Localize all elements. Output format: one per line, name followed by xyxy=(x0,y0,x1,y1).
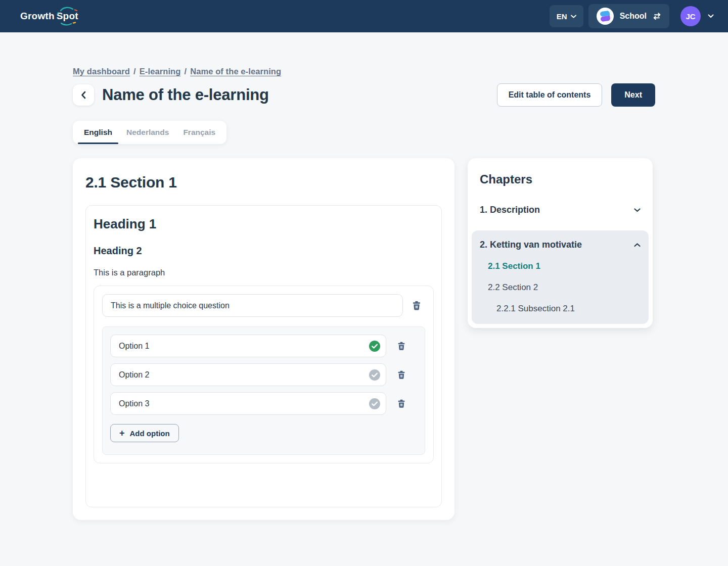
user-menu[interactable]: JC xyxy=(680,6,714,26)
logo-spot-text: Spot xyxy=(57,11,78,21)
option-1-input[interactable] xyxy=(110,335,386,357)
logo-growth-text: Growth xyxy=(20,11,55,22)
answer-options-panel: + Add option xyxy=(102,326,425,455)
tab-english[interactable]: English xyxy=(77,121,119,144)
trash-icon xyxy=(396,398,406,409)
swap-arrows-icon xyxy=(653,13,661,20)
school-label: School xyxy=(620,12,647,21)
chevron-down-icon xyxy=(708,14,714,18)
chapter-subitem-subsection-2-1[interactable]: 2.2.1 Subsection 2.1 xyxy=(480,304,641,314)
plus-icon: + xyxy=(119,429,125,438)
trash-icon xyxy=(411,300,422,312)
top-navbar: Growth Spot EN School xyxy=(0,0,728,32)
question-input[interactable] xyxy=(102,294,403,317)
user-avatar[interactable]: JC xyxy=(680,6,701,26)
section-content-block: Heading 1 Heading 2 This is a paragraph xyxy=(85,205,442,507)
page-header: Name of the e-learning Edit table of con… xyxy=(73,83,655,107)
chapter-subitem-section-2[interactable]: 2.2 Section 2 xyxy=(480,282,641,293)
breadcrumb: My dashboard/E-learning/Name of the e-le… xyxy=(73,67,655,76)
delete-option-1-button[interactable] xyxy=(396,341,406,352)
content-heading-1: Heading 1 xyxy=(94,216,434,232)
content-heading-2: Heading 2 xyxy=(94,245,434,257)
breadcrumb-separator: / xyxy=(184,67,187,76)
breadcrumb-separator: / xyxy=(133,67,136,76)
option-3-input[interactable] xyxy=(110,392,386,415)
chapters-sidebar: Chapters 1. Description 2. Ketting van m… xyxy=(468,158,653,328)
chapters-title: Chapters xyxy=(480,172,641,186)
chapter-item-ketting-van-motivatie[interactable]: 2. Ketting van motivatie xyxy=(480,240,641,250)
page-title: Name of the e-learning xyxy=(102,86,269,104)
add-option-label: Add option xyxy=(130,429,170,438)
chevron-down-icon xyxy=(634,208,641,212)
breadcrumb-link-dashboard[interactable]: My dashboard xyxy=(73,67,130,76)
language-tabs: English Nederlands Français xyxy=(73,121,226,144)
chapter-subitem-section-1[interactable]: 2.1 Section 1 xyxy=(480,261,641,271)
language-label: EN xyxy=(557,12,567,21)
delete-option-2-button[interactable] xyxy=(396,369,406,381)
correct-check-icon[interactable] xyxy=(369,341,380,352)
breadcrumb-link-current[interactable]: Name of the e-learning xyxy=(190,67,281,76)
trash-icon xyxy=(396,369,406,381)
content-paragraph: This is a paragraph xyxy=(94,268,434,277)
unchecked-check-icon[interactable] xyxy=(369,369,380,381)
breadcrumb-link-elearning[interactable]: E-learning xyxy=(140,67,181,76)
school-logo-icon xyxy=(597,8,614,25)
back-button[interactable] xyxy=(73,84,94,106)
chevron-down-icon xyxy=(571,15,576,18)
school-switcher[interactable]: School xyxy=(588,4,669,28)
chapter-item-description[interactable]: 1. Description xyxy=(480,205,641,215)
tab-nederlands[interactable]: Nederlands xyxy=(119,121,176,144)
growthspot-logo[interactable]: Growth Spot xyxy=(20,11,78,22)
avatar-initials: JC xyxy=(686,12,695,21)
section-title: 2.1 Section 1 xyxy=(85,174,442,191)
tab-francais[interactable]: Français xyxy=(176,121,222,144)
trash-icon xyxy=(396,341,406,352)
delete-question-button[interactable] xyxy=(411,300,422,312)
option-row xyxy=(110,363,406,386)
option-row xyxy=(110,335,406,357)
section-editor-card: 2.1 Section 1 Heading 1 Heading 2 This i… xyxy=(73,158,454,520)
chapter-label: 1. Description xyxy=(480,205,540,215)
multiple-choice-question-block: + Add option xyxy=(94,286,434,463)
edit-table-of-contents-button[interactable]: Edit table of contents xyxy=(497,83,603,107)
add-option-button[interactable]: + Add option xyxy=(110,424,179,442)
language-selector[interactable]: EN xyxy=(550,5,583,27)
chapter-group-expanded: 2. Ketting van motivatie 2.1 Section 1 2… xyxy=(472,230,649,324)
chapter-label: 2. Ketting van motivatie xyxy=(480,240,582,250)
unchecked-check-icon[interactable] xyxy=(369,398,380,409)
delete-option-3-button[interactable] xyxy=(396,398,406,409)
option-2-input[interactable] xyxy=(110,363,386,386)
next-button[interactable]: Next xyxy=(611,83,655,107)
option-row xyxy=(110,392,406,415)
chevron-left-icon xyxy=(81,91,86,99)
chevron-up-icon xyxy=(634,243,641,247)
